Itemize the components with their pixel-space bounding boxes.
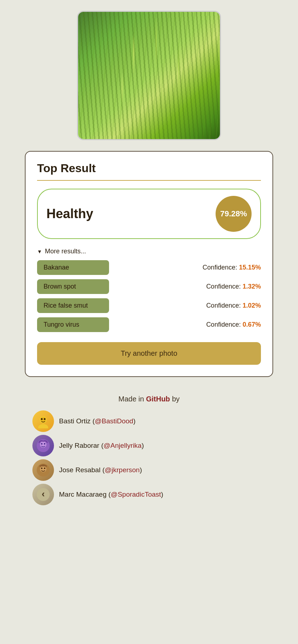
made-in-text: Made in GitHub by <box>118 395 180 403</box>
svg-text:‹: ‹ <box>42 488 45 499</box>
result-rows-container: Bakanae Confidence: 15.15% Brown spot Co… <box>37 260 261 332</box>
svg-point-3 <box>41 418 43 420</box>
result-row-3: Tungro virus Confidence: 0.67% <box>37 317 261 332</box>
disease-tag-0: Bakanae <box>37 260 109 275</box>
contributor-handle-2[interactable]: @jkrperson <box>105 466 140 474</box>
contributor-name-3: Marc Macaraeg (@SporadicToast) <box>59 491 163 498</box>
confidence-text-3: Confidence: 0.67% <box>206 321 261 328</box>
contributor-handle-0[interactable]: @BastiDood <box>95 417 133 425</box>
made-in-prefix: Made in <box>118 395 146 403</box>
disease-tag-2: Rice false smut <box>37 298 109 313</box>
disease-tag-1: Brown spot <box>37 279 109 294</box>
confidence-value-0: 15.15% <box>239 264 261 271</box>
plant-image <box>78 12 220 139</box>
try-another-button[interactable]: Try another photo <box>37 342 261 365</box>
triangle-icon: ▼ <box>37 249 42 254</box>
confidence-text-2: Confidence: 1.02% <box>206 302 261 309</box>
result-row-1: Brown spot Confidence: 1.32% <box>37 279 261 294</box>
contributor-row-3: ‹ Marc Macaraeg (@SporadicToast) <box>32 484 276 505</box>
svg-point-4 <box>44 418 46 420</box>
contributor-handle-1[interactable]: @Anjellyrika <box>104 442 142 449</box>
contributor-handle-3[interactable]: @SporadicToast <box>111 491 161 498</box>
contributor-name-1: Jelly Raborar (@Anjellyrika) <box>59 442 144 450</box>
svg-point-11 <box>41 468 42 469</box>
contributor-name-2: Jose Resabal (@jkrperson) <box>59 466 142 474</box>
plant-image-container <box>77 11 221 140</box>
svg-point-12 <box>44 468 45 469</box>
contributor-row-1: Jelly Raborar (@Anjellyrika) <box>32 435 276 456</box>
result-row-2: Rice false smut Confidence: 1.02% <box>37 298 261 313</box>
confidence-text-0: Confidence: 15.15% <box>203 264 261 271</box>
github-link[interactable]: GitHub <box>146 395 170 403</box>
result-card: Top Result Healthy 79.28% ▼ More results… <box>25 151 273 377</box>
top-result-label: Healthy <box>46 206 93 221</box>
confidence-value-3: 0.67% <box>243 321 261 328</box>
result-row-0: Bakanae Confidence: 15.15% <box>37 260 261 275</box>
svg-point-7 <box>41 443 42 445</box>
more-results-label: More results... <box>45 248 86 255</box>
title-divider <box>37 180 261 181</box>
top-confidence-badge: 79.28% <box>216 196 252 232</box>
svg-point-8 <box>44 443 45 445</box>
avatar-2 <box>32 459 54 481</box>
footer: Made in GitHub by Basti Ortiz (@BastiDoo… <box>0 395 298 505</box>
svg-point-1 <box>38 424 48 428</box>
avatar-1 <box>32 435 54 456</box>
confidence-text-1: Confidence: 1.32% <box>206 283 261 290</box>
avatar-0 <box>32 410 54 432</box>
result-card-title: Top Result <box>37 162 261 175</box>
by-text: by <box>170 395 180 403</box>
avatar-3: ‹ <box>32 484 54 505</box>
more-results-toggle[interactable]: ▼ More results... <box>37 248 261 255</box>
contributor-row-2: Jose Resabal (@jkrperson) <box>32 459 276 481</box>
contributor-name-0: Basti Ortiz (@BastiDood) <box>59 417 136 425</box>
top-result-box: Healthy 79.28% <box>37 189 261 239</box>
confidence-value-1: 1.32% <box>243 283 261 290</box>
contributor-row-0: Basti Ortiz (@BastiDood) <box>32 410 276 432</box>
disease-tag-3: Tungro virus <box>37 317 109 332</box>
svg-point-2 <box>40 417 46 423</box>
contributors-list: Basti Ortiz (@BastiDood) Jelly Raborar (… <box>22 410 276 505</box>
confidence-value-2: 1.02% <box>243 302 261 309</box>
